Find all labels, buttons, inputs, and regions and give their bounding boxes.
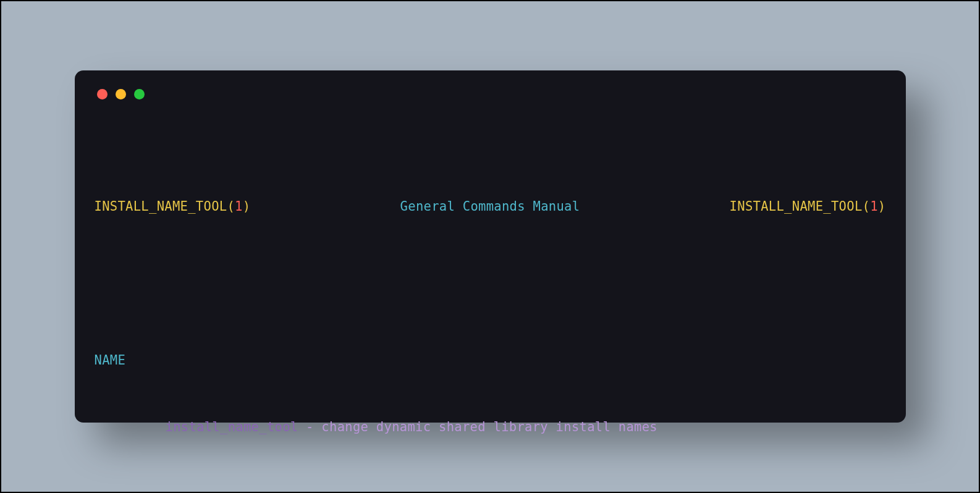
man-header-right: INSTALL_NAME_TOOL(1): [730, 196, 886, 218]
name-section: NAME install_name_tool - change dynamic …: [95, 305, 886, 482]
name-line: install_name_tool - change dynamic share…: [95, 416, 886, 439]
man-header-left: INSTALL_NAME_TOOL(1): [95, 196, 251, 218]
minimize-icon[interactable]: [116, 89, 126, 99]
man-section-right: 1: [870, 199, 878, 214]
dash: -: [298, 419, 321, 434]
man-name-right: INSTALL_NAME_TOOL: [730, 199, 863, 214]
tool-desc: change dynamic shared library install na…: [321, 419, 657, 434]
close-icon[interactable]: [97, 89, 108, 99]
paren-close: ): [878, 199, 886, 214]
paren-close: ): [243, 199, 251, 214]
man-section-left: 1: [235, 199, 243, 214]
man-header-center: General Commands Manual: [400, 196, 580, 218]
tool-name: install_name_tool: [166, 419, 298, 434]
section-heading-name: NAME: [95, 350, 886, 372]
man-name-left: INSTALL_NAME_TOOL: [95, 199, 227, 214]
man-header: INSTALL_NAME_TOOL(1) General Commands Ma…: [95, 196, 886, 218]
maximize-icon[interactable]: [134, 89, 145, 99]
man-page-content: INSTALL_NAME_TOOL(1) General Commands Ma…: [95, 129, 886, 493]
window-controls: [97, 89, 886, 99]
paren-open: (: [863, 199, 871, 214]
paren-open: (: [227, 199, 235, 214]
terminal-window: INSTALL_NAME_TOOL(1) General Commands Ma…: [75, 70, 906, 423]
